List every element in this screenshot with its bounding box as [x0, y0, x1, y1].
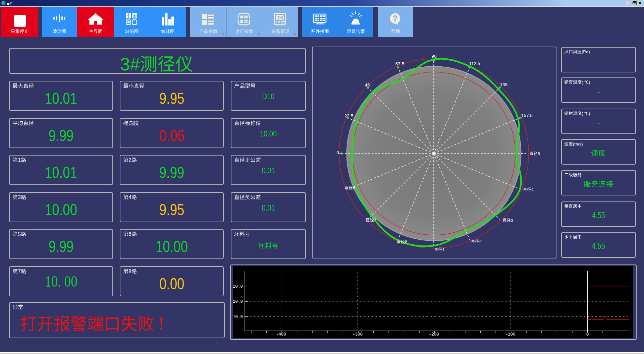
- svg-text:6: 6: [128, 231, 131, 237]
- svg-text:6: 6: [353, 185, 355, 190]
- svg-text:(m/s): (m/s): [573, 141, 583, 146]
- svg-text:67.5: 67.5: [395, 61, 404, 66]
- svg-text:157.5: 157.5: [521, 113, 533, 118]
- svg-text:7: 7: [374, 218, 376, 222]
- svg-text:4: 4: [531, 187, 534, 192]
- svg-text:-200: -200: [429, 332, 439, 337]
- svg-text:3#: 3#: [120, 54, 140, 74]
- svg-text:90: 90: [431, 54, 436, 59]
- svg-text:10.0: 10.0: [233, 315, 243, 319]
- svg-text:4: 4: [128, 194, 131, 200]
- svg-text:8: 8: [128, 269, 131, 274]
- svg-text:10.0: 10.0: [233, 284, 243, 289]
- svg-text:-400: -400: [276, 332, 286, 337]
- svg-text:45: 45: [365, 82, 370, 87]
- svg-text:-300: -300: [353, 332, 363, 337]
- svg-text:0: 0: [336, 150, 339, 155]
- svg-text:2: 2: [128, 157, 131, 163]
- svg-text:-100: -100: [505, 332, 515, 337]
- svg-text:?: ?: [392, 14, 397, 23]
- svg-text:2: 2: [479, 239, 482, 244]
- svg-text:135: 135: [500, 82, 508, 87]
- svg-text:8: 8: [405, 239, 407, 244]
- svg-text:112.5: 112.5: [469, 61, 480, 66]
- svg-text:): ): [589, 111, 590, 116]
- svg-text:3: 3: [511, 218, 513, 223]
- svg-text:22.5: 22.5: [344, 113, 353, 118]
- svg-text:1: 1: [442, 247, 445, 252]
- svg-text:(: (: [582, 80, 583, 85]
- svg-text:5: 5: [18, 231, 21, 237]
- svg-text:(: (: [582, 111, 583, 116]
- svg-text:): ): [589, 80, 590, 85]
- svg-text:0: 0: [586, 332, 589, 337]
- svg-text:10.0: 10.0: [233, 299, 243, 304]
- svg-text:3: 3: [18, 194, 21, 200]
- svg-text:(Pa): (Pa): [582, 49, 590, 54]
- svg-text:5: 5: [538, 151, 540, 156]
- svg-text:1: 1: [18, 157, 21, 163]
